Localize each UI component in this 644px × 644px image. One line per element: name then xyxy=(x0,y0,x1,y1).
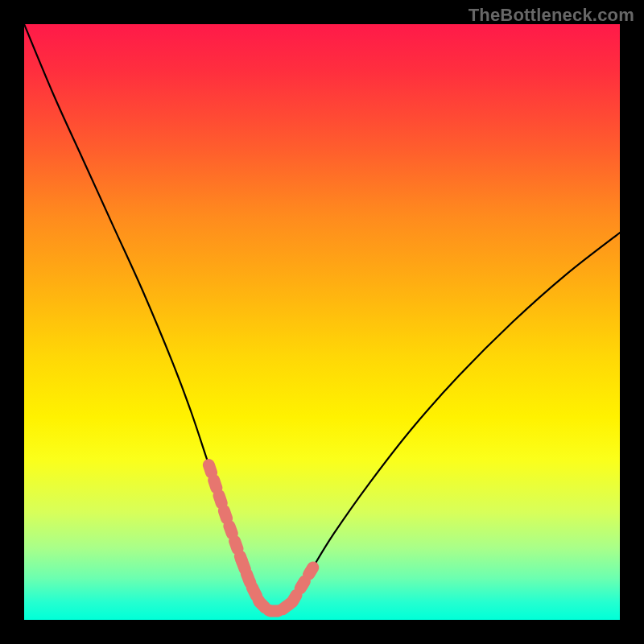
plot-area xyxy=(24,24,620,620)
highlight-markers xyxy=(208,465,316,611)
highlight-segment xyxy=(242,560,292,611)
chart-frame: TheBottleneck.com xyxy=(0,0,644,644)
curve-svg xyxy=(24,24,620,620)
bottleneck-curve xyxy=(24,24,620,612)
watermark-text: TheBottleneck.com xyxy=(469,5,634,26)
highlight-segment xyxy=(292,563,316,602)
highlight-segment xyxy=(208,465,242,560)
